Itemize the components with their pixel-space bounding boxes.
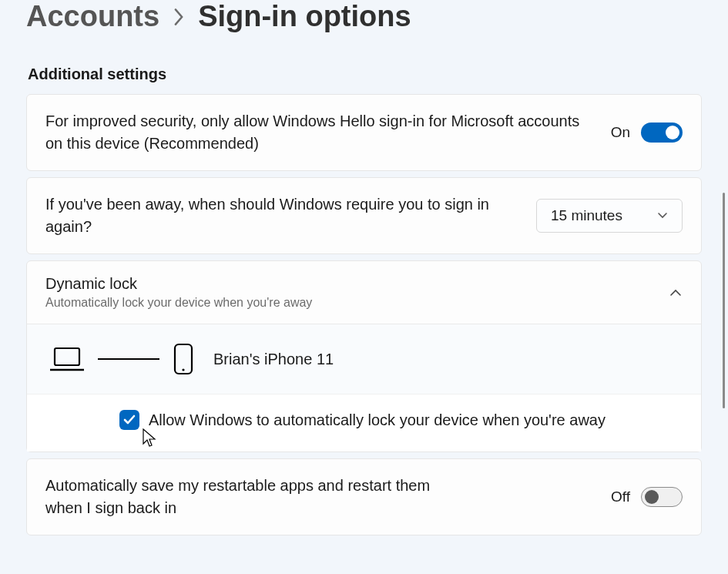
dynamic-lock-title: Dynamic lock bbox=[45, 275, 312, 293]
dropdown-value: 15 minutes bbox=[551, 207, 622, 224]
setting-card-require-signin: If you've been away, when should Windows… bbox=[26, 177, 702, 254]
connection-line-icon bbox=[98, 358, 159, 360]
toggle-state-label: Off bbox=[611, 488, 630, 505]
phone-icon bbox=[173, 343, 193, 375]
dynamic-lock-subtitle: Automatically lock your device when you'… bbox=[45, 296, 312, 310]
chevron-up-icon bbox=[669, 288, 683, 297]
toggle-state-label: On bbox=[611, 124, 630, 141]
chevron-right-icon bbox=[173, 12, 184, 22]
svg-rect-0 bbox=[55, 348, 79, 365]
windows-hello-toggle[interactable] bbox=[641, 123, 683, 143]
section-heading: Additional settings bbox=[28, 65, 702, 83]
mouse-cursor-icon bbox=[143, 428, 156, 448]
dynamic-lock-checkbox[interactable] bbox=[119, 410, 139, 430]
setting-text-windows-hello: For improved security, only allow Window… bbox=[45, 110, 611, 155]
setting-card-restartable-apps: Automatically save my restartable apps a… bbox=[26, 458, 702, 535]
breadcrumb-parent[interactable]: Accounts bbox=[26, 0, 159, 33]
breadcrumb: Accounts Sign-in options bbox=[26, 0, 702, 33]
setting-text-restartable-apps: Automatically save my restartable apps a… bbox=[45, 475, 461, 519]
restartable-apps-toggle[interactable] bbox=[641, 487, 683, 507]
setting-card-windows-hello: For improved security, only allow Window… bbox=[26, 94, 702, 171]
breadcrumb-current: Sign-in options bbox=[198, 0, 411, 33]
setting-card-dynamic-lock: Dynamic lock Automatically lock your dev… bbox=[26, 260, 702, 452]
paired-device-name: Brian's iPhone 11 bbox=[213, 351, 334, 368]
svg-point-3 bbox=[182, 368, 184, 371]
paired-device-row: Brian's iPhone 11 bbox=[27, 324, 701, 394]
dynamic-lock-checkbox-label: Allow Windows to automatically lock your… bbox=[149, 411, 606, 429]
require-signin-dropdown[interactable]: 15 minutes bbox=[536, 199, 683, 233]
scrollbar[interactable] bbox=[723, 193, 725, 408]
laptop-icon bbox=[50, 345, 84, 373]
chevron-down-icon bbox=[657, 212, 668, 220]
setting-text-require-signin: If you've been away, when should Windows… bbox=[45, 193, 536, 238]
dynamic-lock-expander-header[interactable]: Dynamic lock Automatically lock your dev… bbox=[27, 261, 701, 324]
